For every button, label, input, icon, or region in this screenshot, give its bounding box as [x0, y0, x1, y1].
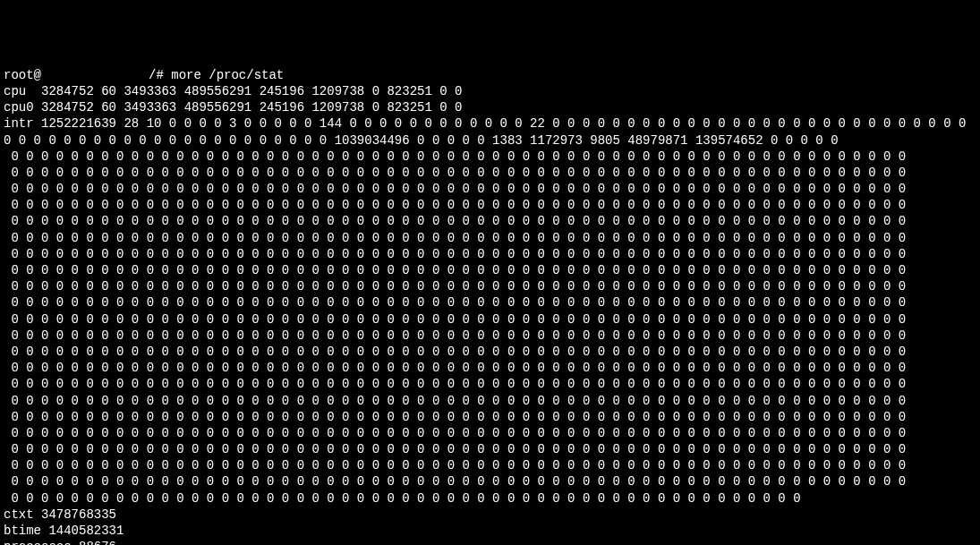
stat-ctxt-line: ctxt 3478768335	[4, 507, 116, 522]
stat-btime-line: btime 1440582331	[4, 524, 124, 538]
command-text: more /proc/stat	[171, 68, 284, 82]
stat-intr-zeros-block: 0 0 0 0 0 0 0 0 0 0 0 0 0 0 0 0 0 0 0 0 …	[4, 149, 906, 506]
stat-intr-line: intr 1252221639 28 10 0 0 0 0 3 0 0 0 0 …	[4, 116, 974, 147]
prompt-user: root@	[4, 68, 41, 82]
terminal-output[interactable]: root@/# more /proc/stat cpu 3284752 60 3…	[4, 67, 976, 545]
stat-cpu0-line: cpu0 3284752 60 3493363 489556291 245196…	[4, 100, 462, 115]
stat-cpu-line: cpu 3284752 60 3493363 489556291 245196 …	[4, 84, 462, 98]
prompt-hostname-redacted	[41, 69, 149, 81]
prompt-path: /#	[149, 68, 171, 82]
stat-processes-line: processes 88676	[4, 540, 116, 545]
